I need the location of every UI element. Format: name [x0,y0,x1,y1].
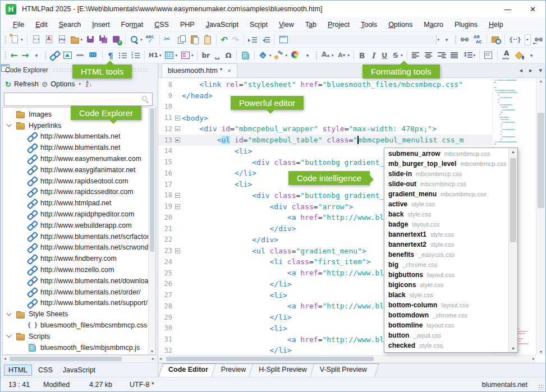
scroll-down-icon[interactable]: ▼ [536,350,545,354]
dropdown-arrow-icon[interactable]: ▾ [401,53,403,58]
fold-collapse-icon[interactable] [175,248,180,253]
scrollbar-thumb[interactable] [10,357,122,361]
menu-item-tools[interactable]: Tools [355,21,383,29]
autocomplete-item[interactable]: bottomlinelayout.css [384,321,508,331]
view-tab-h-split-preview[interactable]: H-Split Preview [251,363,316,377]
dropdown-arrow-icon[interactable]: ▾ [140,38,143,42]
menu-item-file[interactable]: File [7,21,30,29]
tree-item-folder[interactable]: Scripts [3,331,155,342]
increase-font-size-button[interactable]: ▾ [320,50,335,61]
replace-button[interactable] [472,34,484,45]
insert-script-button[interactable] [240,50,251,61]
toolbar-drag-handle[interactable] [4,35,7,45]
justify-button[interactable] [449,50,461,61]
autocomplete-item[interactable]: bottom-columnlayout.css [384,301,508,311]
navigate-back-button[interactable]: ← [9,50,19,61]
tree-item-link[interactable]: http://www.blumentals.net [3,142,155,153]
dropdown-arrow-icon[interactable]: ▾ [21,38,23,42]
autocomplete-item[interactable]: submenu_arrowmbcsmbmcp.css [384,150,508,160]
toolbar-overflow-button[interactable]: ▾ [302,50,313,61]
code-snippets-button[interactable]: {··} [508,34,522,45]
font-color-button[interactable] [501,50,512,61]
find-previous-button[interactable]: ← [533,34,545,45]
menu-item-plugins[interactable]: Plugins [449,21,483,29]
scroll-right-icon[interactable]: ▸ [152,356,154,361]
gear-icon[interactable]: ⚙ [42,80,48,89]
insert-heading-button[interactable]: H1▾ [148,50,162,61]
spell-check-button[interactable] [145,34,157,45]
autocomplete-item[interactable]: badgelayout.css [384,220,508,230]
insert-comment-button[interactable] [88,50,99,61]
fold-column[interactable] [173,248,182,253]
dropdown-arrow-icon[interactable]: ▾ [332,53,334,58]
dropdown-arrow-icon[interactable]: ▾ [269,53,272,58]
menu-item-edit[interactable]: Edit [30,21,53,29]
insert-special-character-button[interactable]: Ω [223,50,233,61]
align-right-button[interactable] [436,50,448,61]
format-painter-button[interactable]: ▾ [273,50,288,61]
fold-collapse-icon[interactable] [175,193,180,198]
toolbar-drag-handle[interactable] [4,50,7,61]
scroll-left-icon[interactable]: ◂ [4,356,6,361]
resize-grip[interactable] [538,384,544,390]
menu-item-css[interactable]: CSS [149,21,175,29]
toolbar-overflow-button[interactable]: ▾ [31,50,42,61]
tree-item-link[interactable]: http://www.blumentals.net [3,131,155,142]
toolbar-drag-handle[interactable] [315,50,318,61]
panel-tab-javascript[interactable]: JavaScript [59,365,99,375]
dropdown-arrow-icon[interactable]: ▾ [159,53,162,58]
tree-item-link[interactable]: http://www.rapidseotool.com [3,176,155,187]
autocomplete-item[interactable]: mb_burger_top_levelmbcsmbmcp.css [384,160,508,170]
explorer-search-input[interactable] [4,93,153,106]
toolbar-overflow-button[interactable]: ▾ [526,50,536,61]
dropdown-arrow-icon[interactable]: ▾ [474,53,476,58]
tree-horizontal-scrollbar[interactable]: ◂ ▸ [2,355,156,363]
insert-numbered-list-button[interactable] [130,50,141,61]
editor-horizontal-scrollbar[interactable]: ◂ ▸ [158,355,536,363]
indent-button[interactable] [247,34,259,45]
view-tab-code-editor[interactable]: Code Editor [160,363,218,377]
tree-item-link[interactable]: http://www.webuilderapp.com [3,220,155,231]
menu-item-format[interactable]: Format [116,21,149,29]
code-line[interactable]: 13 <ul id="mbmcpebul_table" class="mbmcp… [158,135,492,146]
autocomplete-item[interactable]: bannertext1style.css [384,230,508,241]
find-button[interactable] [459,34,471,45]
code-line[interactable]: 11<body> [158,112,492,123]
scrollbar-thumb[interactable] [538,113,544,208]
color-picker-button[interactable] [290,50,301,61]
autocomplete-item[interactable]: slide-outmbcsmbmcp.css [384,180,508,190]
align-left-button[interactable] [410,50,422,61]
open-file-button[interactable]: ▾ [69,34,84,45]
scroll-up-icon[interactable]: ▲ [509,150,517,154]
highlight-color-button[interactable] [513,50,525,61]
search-term-combobox-input[interactable]: ▾ [525,34,531,45]
menu-item-help[interactable]: Help [483,21,509,29]
tree-item-link[interactable]: http://www.easymenumaker.com [3,153,155,164]
find-in-files-button[interactable] [490,34,502,45]
fold-column[interactable] [173,193,182,198]
save-file-button[interactable] [85,34,97,45]
insert-form-button[interactable]: ▾ [180,50,195,61]
tree-item-link[interactable]: http://www.blumentals.net/scrfactory/ [3,231,155,242]
scroll-down-icon[interactable]: ▼ [149,349,155,353]
fold-column[interactable] [173,137,182,142]
scrollbar-thumb[interactable] [166,357,374,361]
insert-horizontal-rule-button[interactable] [75,50,86,61]
autocomplete-item[interactable]: checkedstyle.css [384,342,508,352]
menu-item-tab[interactable]: Tab [300,21,322,29]
scrollbar-thumb[interactable] [150,108,154,252]
brand-link[interactable]: blumentals.net [482,381,527,389]
fold-column[interactable] [173,126,182,131]
tree-item-link[interactable]: http://www.rapidcsseditor.com [3,187,155,198]
menu-item-script[interactable]: Script [244,21,273,29]
panel-tab-html[interactable]: HTML [4,365,32,376]
minimize-button[interactable]: — [495,1,520,17]
tree-item-link[interactable]: http://www.htmlpad.net [3,197,155,209]
align-center-button[interactable] [423,50,435,61]
scrollbar-thumb[interactable] [510,158,516,242]
insert-bullet-list-button[interactable] [117,50,129,61]
bold-button[interactable]: B [357,50,367,61]
scroll-up-icon[interactable]: ▲ [536,79,545,83]
autocomplete-item[interactable]: slide-inmbcsmbmcp.css [384,170,508,180]
undo-button[interactable]: ↶ [219,34,230,45]
